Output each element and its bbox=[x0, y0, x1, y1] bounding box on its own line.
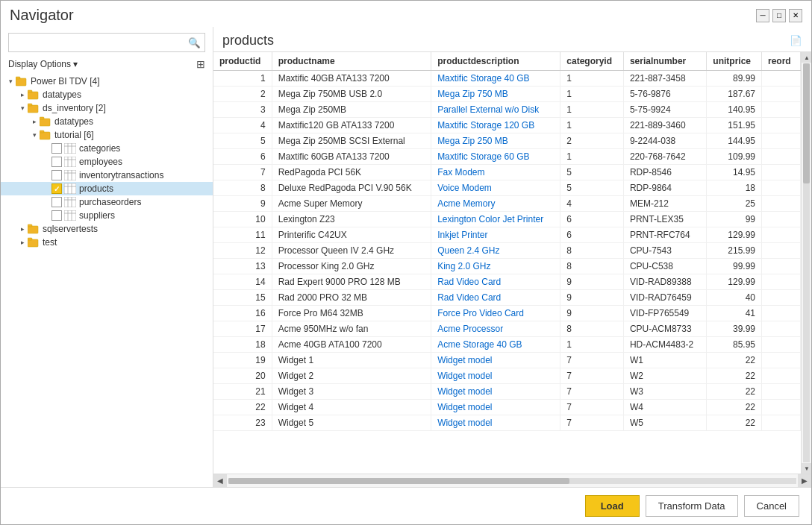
v-scroll-track bbox=[803, 63, 810, 462]
table-icon bbox=[64, 210, 76, 221]
scroll-up-button[interactable]: ▲ bbox=[802, 52, 811, 63]
table-cell: Rad Video Card bbox=[431, 274, 560, 290]
table-cell: 221-887-3458 bbox=[623, 71, 706, 87]
table-cell: 23 bbox=[213, 415, 272, 431]
table-cell: 8 bbox=[213, 180, 272, 196]
table-wrapper: productidproductnameproductdescriptionca… bbox=[213, 51, 811, 487]
table-title-row: products 📄 bbox=[213, 27, 811, 51]
svg-rect-2 bbox=[28, 92, 38, 99]
table-cell bbox=[762, 415, 801, 431]
scroll-down-button[interactable]: ▼ bbox=[802, 463, 811, 474]
maximize-button[interactable]: □ bbox=[772, 9, 786, 22]
tree-item-ds_inventory[interactable]: ▾ ds_inventory [2] bbox=[1, 101, 213, 115]
h-scroll-track bbox=[228, 478, 796, 484]
svg-rect-3 bbox=[28, 90, 32, 92]
tree-item-employees[interactable]: employees bbox=[1, 155, 213, 169]
table-cell: 9-2244-038 bbox=[623, 133, 706, 149]
folder-icon bbox=[28, 103, 40, 113]
tree-view-button[interactable]: ⊞ bbox=[196, 58, 205, 70]
table-row: 3Mega Zip 250MBParallel External w/o Dis… bbox=[213, 102, 801, 118]
tree-item-test[interactable]: ▸ test bbox=[1, 236, 213, 249]
tree-item-powerbi[interactable]: ▾ Power BI TDV [4] bbox=[1, 75, 213, 88]
table-row: 21Widget 3Widget model7W322 bbox=[213, 384, 801, 400]
display-options-button[interactable]: Display Options ▾ bbox=[8, 59, 78, 69]
col-header-productdescription: productdescription bbox=[431, 52, 560, 71]
table-cell: Force Pro Video Card bbox=[431, 306, 560, 321]
data-table-container[interactable]: productidproductnameproductdescriptionca… bbox=[213, 52, 801, 474]
table-cell: 89.99 bbox=[707, 71, 762, 87]
table-cell: PRNT-RFC764 bbox=[623, 227, 706, 243]
table-row: 2Mega Zip 750MB USB 2.0Mega Zip 750 MB15… bbox=[213, 87, 801, 102]
footer: Load Transform Data Cancel bbox=[1, 487, 811, 524]
scroll-right-button[interactable]: ▶ bbox=[798, 474, 811, 488]
svg-rect-0 bbox=[16, 78, 26, 86]
table-cell: 221-889-3460 bbox=[623, 118, 706, 133]
tree-item-sqlservertests[interactable]: ▸ sqlservertests bbox=[1, 222, 213, 236]
search-input[interactable] bbox=[9, 34, 184, 51]
table-cell: 7 bbox=[560, 368, 624, 384]
tree-item-datatypes1[interactable]: ▸ datatypes bbox=[1, 88, 213, 101]
item-label-test: test bbox=[43, 237, 57, 248]
table-cell: 8 bbox=[560, 321, 624, 337]
checkbox-suppliers[interactable] bbox=[51, 210, 62, 221]
svg-rect-22 bbox=[64, 183, 76, 194]
tree-item-categories[interactable]: categories bbox=[1, 142, 213, 155]
expand-icon: ▸ bbox=[17, 89, 28, 100]
close-button[interactable]: ✕ bbox=[789, 9, 802, 22]
table-cell: Maxtific Storage 60 GB bbox=[431, 149, 560, 165]
checkbox-products[interactable] bbox=[51, 183, 62, 194]
tree-item-products[interactable]: products bbox=[1, 182, 213, 195]
table-cell: Processor King 2.0 GHz bbox=[272, 259, 431, 274]
table-cell: 187.67 bbox=[707, 87, 762, 102]
table-cell bbox=[762, 87, 801, 102]
table-cell: Voice Modem bbox=[431, 180, 560, 196]
transform-data-button[interactable]: Transform Data bbox=[646, 495, 738, 517]
scroll-left-button[interactable]: ◀ bbox=[213, 474, 227, 488]
table-cell: Mega Zip 250MB bbox=[272, 102, 431, 118]
table-cell: 129.99 bbox=[707, 227, 762, 243]
table-cell: Printerific C42UX bbox=[272, 227, 431, 243]
vertical-scrollbar[interactable]: ▲ ▼ bbox=[801, 52, 811, 474]
table-cell: Acme 950MHz w/o fan bbox=[272, 321, 431, 337]
checkbox-employees[interactable] bbox=[51, 157, 62, 167]
table-cell bbox=[762, 259, 801, 274]
checkbox-categories[interactable] bbox=[51, 143, 62, 154]
table-cell: Widget 4 bbox=[272, 400, 431, 415]
tree-item-inventorytransactions[interactable]: inventorytransactions bbox=[1, 169, 213, 182]
table-cell: PRNT-LEX35 bbox=[623, 212, 706, 227]
cancel-button[interactable]: Cancel bbox=[744, 495, 799, 517]
tree-item-purchaseorders[interactable]: purchaseorders bbox=[1, 195, 213, 209]
table-cell: CPU-ACM8733 bbox=[623, 321, 706, 337]
tree-item-tutorial[interactable]: ▾ tutorial [6] bbox=[1, 128, 213, 142]
item-label-sqlservertests: sqlservertests bbox=[43, 224, 98, 234]
table-cell: Maxtific 40GB ATA133 7200 bbox=[272, 71, 431, 87]
table-cell: 5 bbox=[560, 165, 624, 180]
table-cell: 5-76-9876 bbox=[623, 87, 706, 102]
export-button[interactable]: 📄 bbox=[790, 35, 802, 46]
dialog-title: Navigator bbox=[10, 7, 74, 24]
svg-rect-14 bbox=[64, 157, 76, 167]
table-cell: W1 bbox=[623, 353, 706, 368]
table-cell: 5 bbox=[213, 133, 272, 149]
table-row: 10Lexington Z23Lexington Color Jet Print… bbox=[213, 212, 801, 227]
table-cell: 1 bbox=[560, 71, 624, 87]
minimize-button[interactable]: ─ bbox=[756, 9, 769, 22]
folder-icon bbox=[16, 76, 28, 87]
h-scroll-thumb bbox=[228, 478, 569, 484]
tree-item-datatypes2[interactable]: ▸ datatypes bbox=[1, 115, 213, 128]
table-cell: HD-ACM4483-2 bbox=[623, 337, 706, 353]
search-button[interactable]: 🔍 bbox=[184, 34, 204, 51]
table-cell: CPU-C538 bbox=[623, 259, 706, 274]
tree-item-suppliers[interactable]: suppliers bbox=[1, 209, 213, 222]
table-cell: 6 bbox=[560, 227, 624, 243]
table-cell: 8 bbox=[560, 243, 624, 259]
expand-icon: ▾ bbox=[5, 76, 16, 87]
load-button[interactable]: Load bbox=[585, 495, 640, 517]
table-cell: 11 bbox=[213, 227, 272, 243]
checkbox-purchaseorders[interactable] bbox=[51, 197, 62, 207]
display-options-arrow: ▾ bbox=[73, 59, 78, 69]
table-cell: 2 bbox=[560, 133, 624, 149]
horizontal-scrollbar[interactable]: ◀ ▶ bbox=[213, 474, 811, 487]
table-cell: Maxtific Storage 40 GB bbox=[431, 71, 560, 87]
checkbox-inventorytransactions[interactable] bbox=[51, 170, 62, 180]
